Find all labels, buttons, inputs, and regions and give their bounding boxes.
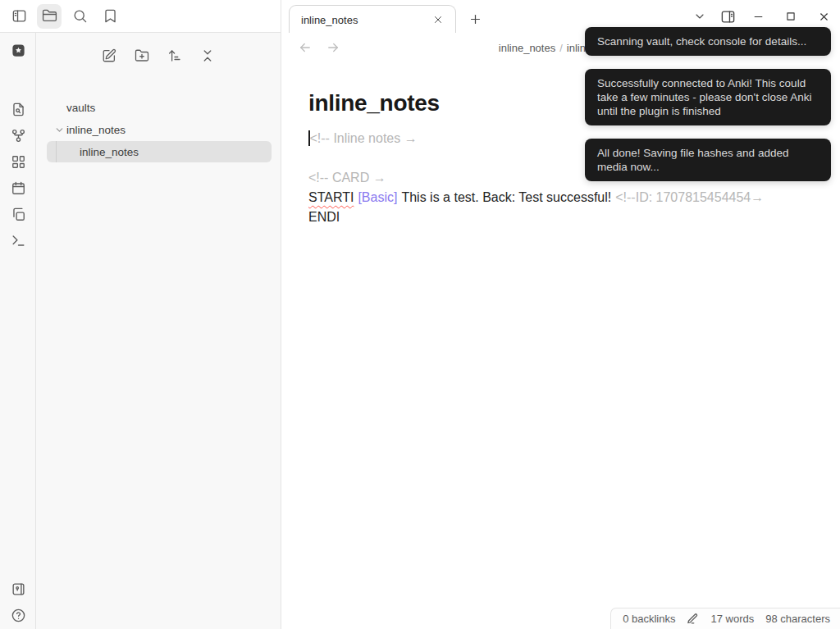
sticker-icon xyxy=(11,43,26,58)
files-tab-button[interactable] xyxy=(37,4,62,29)
breadcrumb-folder[interactable]: inline_notes xyxy=(499,42,555,54)
chevron-down-icon[interactable] xyxy=(52,125,66,135)
ribbon-terminal-button[interactable] xyxy=(11,233,26,248)
editor-mode-indicator[interactable] xyxy=(687,613,699,625)
chevron-down-icon xyxy=(693,10,706,23)
copy-icon xyxy=(11,207,26,222)
ribbon-graph-button[interactable] xyxy=(11,128,26,144)
status-bar: 0 backlinks 17 words 98 characters xyxy=(610,608,840,629)
file-explorer-sidebar: vaults inline_notes inline_notes xyxy=(36,33,281,629)
terminal-icon xyxy=(11,233,26,248)
obsidian-window: inline_notes xyxy=(0,0,840,629)
folder-icon xyxy=(42,8,57,24)
tab-close-button[interactable] xyxy=(429,11,447,29)
notification-done[interactable]: All done! Saving file hashes and added m… xyxy=(585,139,831,181)
close-icon xyxy=(818,11,830,23)
panel-left-icon xyxy=(11,8,27,24)
ribbon-help-button[interactable] xyxy=(11,608,26,623)
vault-icon xyxy=(11,581,26,597)
tree-item-folder-inline-notes[interactable]: inline_notes xyxy=(36,119,281,141)
ribbon-copy-button[interactable] xyxy=(11,207,26,222)
new-note-button[interactable] xyxy=(98,45,120,66)
new-folder-icon xyxy=(135,48,149,63)
card-id-comment: <!--ID: 1707815454454→ xyxy=(615,190,764,204)
card-start-token: STARTI xyxy=(308,190,354,204)
indent-guide xyxy=(56,141,57,162)
card-type-token: [Basic] xyxy=(358,190,397,204)
search-tab-button[interactable] xyxy=(67,4,92,29)
maximize-icon xyxy=(785,11,797,22)
new-note-icon xyxy=(102,48,116,63)
calendar-icon xyxy=(11,180,26,196)
tree-item-file-inline-notes[interactable]: inline_notes xyxy=(47,141,272,162)
card-line: STARTI[Basic]This is a test. Back: Test … xyxy=(308,188,801,207)
collapse-all-button[interactable] xyxy=(197,45,218,66)
back-button[interactable] xyxy=(295,38,315,57)
sort-icon xyxy=(167,48,182,63)
new-folder-button[interactable] xyxy=(131,45,153,66)
bookmark-icon xyxy=(103,8,118,24)
notification-scanning[interactable]: Scanning vault, check console for detail… xyxy=(585,27,831,56)
word-count: 17 words xyxy=(710,613,754,625)
search-icon xyxy=(72,8,88,24)
explorer-header xyxy=(36,39,281,72)
grid-icon xyxy=(11,154,26,170)
arrow-right-icon xyxy=(326,40,340,55)
bookmarks-tab-button[interactable] xyxy=(98,4,122,29)
file-tree: vaults inline_notes inline_notes xyxy=(36,97,281,162)
ribbon-grid-button[interactable] xyxy=(11,154,26,170)
collapse-all-icon xyxy=(200,48,215,63)
card-end-token: ENDI xyxy=(308,210,340,224)
graph-icon xyxy=(11,128,26,144)
card-end-line: ENDI xyxy=(308,207,801,227)
close-icon xyxy=(432,14,444,25)
folder-label: inline_notes xyxy=(66,124,126,136)
ribbon-calendar-button[interactable] xyxy=(11,180,26,196)
forward-button[interactable] xyxy=(323,38,343,57)
toggle-left-sidebar-button[interactable] xyxy=(7,4,31,29)
vault-root-label: vaults xyxy=(66,102,95,114)
ribbon-vault-switcher-button[interactable] xyxy=(11,581,26,597)
new-tab-button[interactable] xyxy=(463,7,486,30)
ribbon-sticker-button[interactable] xyxy=(11,43,26,62)
help-icon xyxy=(11,608,26,623)
notification-stack: Scanning vault, check console for detail… xyxy=(585,27,831,181)
card-body-text: This is a test. Back: Test successful! xyxy=(401,190,611,204)
arrow-left-icon xyxy=(298,40,313,55)
backlinks-count[interactable]: 0 backlinks xyxy=(623,613,675,625)
workspace-tab-header xyxy=(0,0,281,33)
breadcrumb-separator: / xyxy=(555,42,567,54)
tab-inline-notes[interactable]: inline_notes xyxy=(289,5,456,34)
minimize-icon xyxy=(752,11,765,23)
file-search-icon xyxy=(11,102,26,117)
pencil-icon xyxy=(687,613,699,625)
plus-icon xyxy=(468,12,482,26)
tree-item-vaults[interactable]: vaults xyxy=(36,97,281,119)
character-count: 98 characters xyxy=(765,613,830,625)
left-ribbon xyxy=(0,33,36,629)
ribbon-file-search-button[interactable] xyxy=(11,102,26,117)
file-label: inline_notes xyxy=(80,146,139,158)
sort-order-button[interactable] xyxy=(164,45,185,66)
panel-right-icon xyxy=(720,9,736,25)
tab-title: inline_notes xyxy=(301,14,429,26)
notification-connected[interactable]: Successfully connected to Anki! This cou… xyxy=(585,69,831,125)
history-nav xyxy=(295,33,343,62)
